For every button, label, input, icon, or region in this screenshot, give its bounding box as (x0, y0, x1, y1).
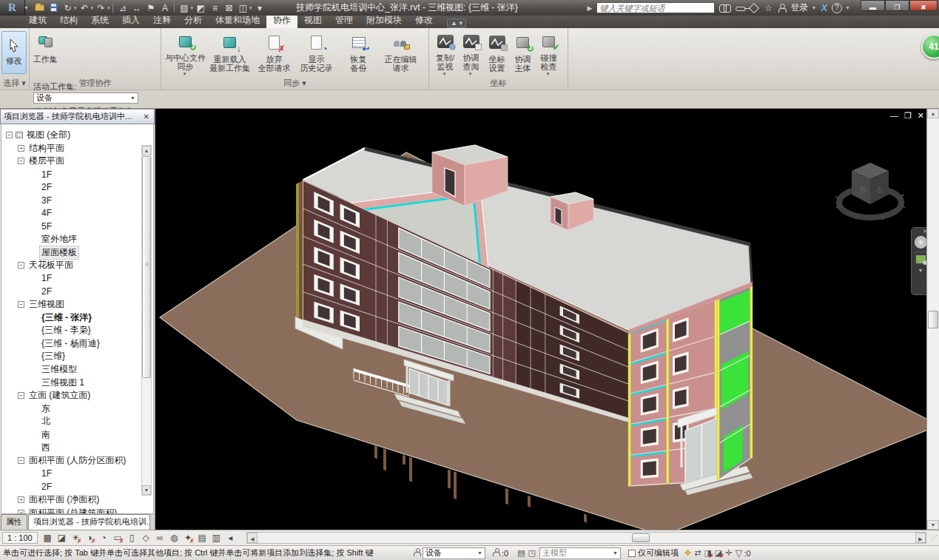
ribbon-tab-3[interactable]: 系统 (84, 13, 115, 28)
ribbon-tab-10[interactable]: 管理 (329, 13, 360, 28)
tree-item[interactable]: 2F (1, 480, 153, 493)
tree-item-label[interactable]: 面积平面 (净面积) (27, 493, 101, 506)
press-drag-icon[interactable]: ✥ (684, 548, 691, 558)
scroll-down-icon[interactable]: ▼ (142, 485, 151, 495)
subscription-icon[interactable] (736, 7, 746, 11)
open-icon[interactable] (33, 2, 46, 14)
project-browser-scrollbar[interactable]: ▲ ▼ (141, 145, 152, 496)
restore-button[interactable]: ❐ (885, 0, 909, 11)
tree-item[interactable]: +结构平面 (1, 142, 153, 155)
panel-label-manage-collaboration[interactable]: 管理协作 (30, 78, 161, 89)
text-icon[interactable]: A (158, 2, 171, 14)
copy-monitor-dropdown-icon[interactable]: ▾ (443, 71, 446, 77)
coordination-host-button[interactable]: ↻协调 主体 (510, 31, 536, 77)
switch-windows-icon[interactable]: ◫ (237, 2, 249, 14)
active-workset-status-combobox[interactable]: 设备▼ (423, 547, 485, 559)
tree-item-label[interactable]: 立面 (建筑立面) (27, 389, 92, 402)
tree-item-label[interactable]: 三维视图 1 (40, 377, 86, 389)
synchronize-dropdown-icon[interactable]: ▾ (74, 5, 77, 11)
visual-style-icon[interactable]: ◪ (55, 532, 69, 544)
collapse-icon[interactable]: ◂ (223, 532, 238, 544)
close-hidden-windows-icon[interactable]: ⊠ (223, 2, 235, 14)
tree-item-label[interactable]: 三维模型 (40, 363, 78, 376)
undo-icon[interactable]: ↶ (78, 2, 90, 14)
tree-item[interactable]: 室外地坪 (1, 233, 153, 246)
tree-item[interactable]: {三维} (1, 350, 153, 363)
design-options-combobox[interactable]: 主模型▼ (539, 547, 621, 559)
tree-item[interactable]: 屋面楼板 (1, 246, 153, 259)
infocenter-expand-icon[interactable]: ▶ (588, 4, 593, 12)
ribbon-tab-12[interactable]: 修改 (408, 13, 440, 28)
tree-item-label[interactable]: 西 (40, 442, 52, 454)
shadows-icon[interactable]: ◑✗ (83, 532, 97, 544)
ribbon-display-toggle[interactable]: ▲ ▾ (447, 18, 466, 28)
resize-grip[interactable]: ⋰ (931, 533, 938, 541)
view-restore-icon[interactable]: ❐ (904, 111, 912, 121)
tree-item-label[interactable]: {三维 - 杨雨迪} (40, 337, 101, 350)
redo-icon[interactable]: ↷ (95, 2, 107, 14)
restore-button[interactable]: ↩恢复 备份 (337, 31, 380, 77)
ribbon-tab-9[interactable]: 视图 (297, 13, 329, 28)
collapse-icon[interactable]: − (18, 158, 24, 164)
tree-item-label[interactable]: 2F (40, 286, 53, 297)
tree-item[interactable]: −三维视图 (1, 298, 153, 311)
design-options-icon[interactable]: ▤ (517, 548, 525, 558)
temporary-view-properties-icon[interactable]: ▤ (195, 532, 209, 544)
modify-button[interactable]: 修改 (1, 31, 27, 74)
panel-label-synchronize[interactable]: 同步 ▾ (161, 78, 428, 89)
viewcube[interactable]: 后 右 (835, 149, 906, 231)
tab-project-browser[interactable]: 项目浏览器 - 技师学院机电培训... (28, 514, 150, 530)
tree-item-label[interactable]: 2F (40, 182, 53, 192)
collapse-icon[interactable]: − (6, 132, 13, 138)
panel-label-select[interactable]: 选择 ▾ (0, 78, 29, 89)
drawing-area[interactable]: — ❐ ✕ 后 右 ✕ ▼ (155, 109, 939, 530)
exclude-options-icon[interactable]: ◳ (528, 548, 536, 558)
tree-item[interactable]: 5F (1, 220, 153, 233)
ribbon-tab-2[interactable]: 结构 (53, 13, 84, 28)
tree-item-label[interactable]: 东 (40, 402, 52, 415)
sun-path-icon[interactable]: ☀✗ (69, 532, 83, 544)
save-icon[interactable] (47, 2, 60, 14)
active-workset-combobox[interactable]: 设备▼ (33, 92, 138, 104)
coordinates-button[interactable]: 坐标 设置 (484, 31, 510, 77)
view-minimize-icon[interactable]: — (890, 111, 898, 121)
collapse-icon[interactable]: − (18, 392, 24, 399)
minimize-button[interactable]: ▬ (861, 0, 885, 11)
panel-label-coordinate[interactable]: 坐标 (429, 78, 568, 89)
section-icon[interactable]: ◩ (195, 2, 207, 14)
search-input[interactable] (596, 2, 715, 13)
temporary-hide-isolate-icon[interactable]: ∞ (153, 532, 167, 544)
tree-item-label[interactable]: {三维 - 张洋} (40, 311, 93, 324)
tree-item[interactable]: −楼层平面 (1, 155, 153, 168)
tree-item-label[interactable]: 5F (40, 221, 53, 232)
worksets-button[interactable]: 工作集 (32, 31, 58, 77)
tree-item-label[interactable]: 室外地坪 (40, 233, 78, 246)
tree-item-label[interactable]: 南 (40, 428, 52, 441)
constraints-icon[interactable]: ✛ (725, 548, 732, 558)
editing-requests-button[interactable]: 正在编辑 请求 (380, 31, 422, 77)
tree-item[interactable]: −面积平面 (人防分区面积) (1, 454, 153, 468)
tree-item[interactable]: 南 (1, 428, 153, 442)
3d-view[interactable] (155, 109, 926, 530)
tree-item-label[interactable]: {三维 - 李枭} (40, 324, 92, 337)
tree-item-label[interactable]: 面积平面 (总建筑面积) (27, 507, 118, 514)
unlocked-view-icon[interactable]: ◇ (139, 532, 153, 544)
worksharing-display-icon[interactable]: ✦✗ (181, 532, 195, 544)
reload-button[interactable]: ↓重新载入 最新工作集 (206, 31, 253, 77)
help-icon[interactable]: ? (832, 3, 842, 13)
scroll-up-icon[interactable]: ▲ (927, 109, 939, 118)
tree-item-label[interactable]: 面积平面 (人防分区面积) (27, 454, 127, 467)
scrollbar-thumb[interactable] (928, 311, 938, 328)
tree-item-label[interactable]: 结构平面 (27, 142, 66, 155)
tree-item[interactable]: {三维 - 张洋} (1, 311, 153, 324)
tree-item[interactable]: 2F (1, 181, 153, 194)
scroll-right-icon[interactable]: ▶ (915, 533, 926, 543)
tree-item-label[interactable]: 1F (40, 273, 53, 283)
ribbon-tab-6[interactable]: 分析 (178, 13, 209, 28)
view-vertical-scrollbar[interactable]: ▲ ▼ (926, 109, 939, 530)
project-browser-header[interactable]: 项目浏览器 - 技师学院机电培训中... ✕ (0, 109, 155, 124)
sync-dropdown-icon[interactable]: ▾ (184, 71, 186, 77)
collapse-icon[interactable]: − (18, 457, 24, 464)
ribbon-tab-5[interactable]: 注释 (147, 13, 178, 28)
filter-icon[interactable]: ▽ (735, 547, 742, 559)
